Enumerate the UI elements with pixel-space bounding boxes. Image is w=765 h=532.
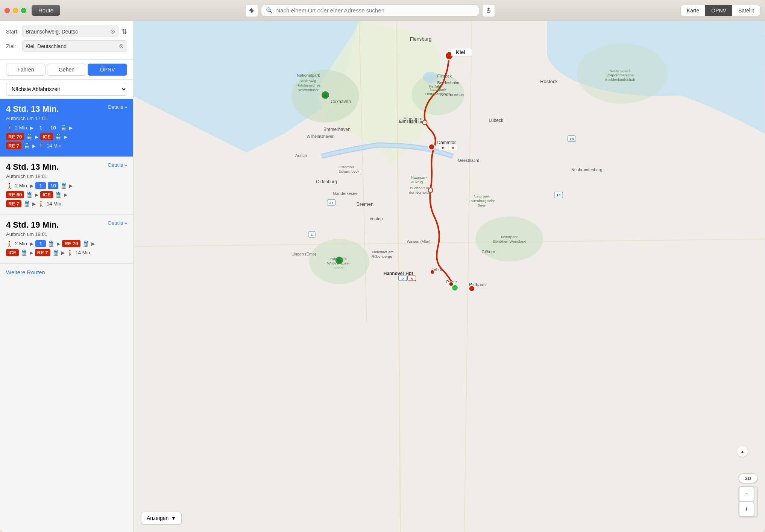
arrow-1b: ▶ bbox=[69, 125, 73, 131]
badge-ice-1: ICE bbox=[40, 133, 53, 140]
route-2-details[interactable]: Details » bbox=[108, 162, 127, 168]
start-input[interactable]: Braunschweig, Deutsc ⊗ bbox=[22, 26, 118, 37]
route-1-time: 4 Std. 13 Min. bbox=[6, 104, 59, 114]
svg-text:Seen: Seen bbox=[478, 203, 486, 207]
traffic-lights bbox=[5, 8, 26, 13]
map-type-karte[interactable]: Karte bbox=[681, 5, 705, 16]
route-button[interactable]: Route bbox=[32, 5, 60, 16]
map-3d-button[interactable]: 3D bbox=[739, 473, 757, 483]
location-button[interactable] bbox=[245, 4, 258, 17]
svg-text:R: R bbox=[411, 277, 413, 280]
ziel-clear[interactable]: ⊗ bbox=[119, 43, 124, 50]
svg-text:Naturpark: Naturpark bbox=[430, 87, 446, 91]
svg-text:Ganderkesee: Ganderkesee bbox=[333, 191, 358, 196]
route-3-line1: 🚶 2 Min. ▶ 1 🚆 ▶ RE 70 🚆 ▶ bbox=[6, 240, 127, 247]
svg-text:Boddenlandschaft: Boddenlandschaft bbox=[605, 78, 635, 82]
arrow-3d: ▶ bbox=[30, 250, 33, 255]
titlebar-center: 🔍 bbox=[64, 4, 677, 17]
mode-gehen[interactable]: Gehen bbox=[47, 64, 87, 76]
badge-re7-1: RE 7 bbox=[6, 142, 21, 149]
route-3-details[interactable]: Details » bbox=[108, 220, 127, 226]
route-1-line2: RE 70 🚆 ▶ ICE 🚆 ▶ bbox=[6, 133, 127, 140]
route-2-line2: RE 60 🚆 ▶ ICE 🚆 ▶ bbox=[6, 191, 127, 198]
mode-fahren[interactable]: Fahren bbox=[6, 64, 46, 76]
badge-re7-3: RE 7 bbox=[35, 249, 50, 256]
svg-text:Rübenberge: Rübenberge bbox=[372, 254, 392, 258]
route-1-depart: Aufbruch um 17:01 bbox=[6, 116, 127, 121]
map-type-oepnv[interactable]: ÖPNV bbox=[705, 5, 732, 16]
svg-text:Holsteinisches: Holsteinisches bbox=[296, 83, 320, 87]
svg-text:Scharmbeck: Scharmbeck bbox=[338, 169, 359, 173]
svg-text:27: 27 bbox=[329, 201, 334, 205]
start-label: Start: bbox=[6, 29, 19, 35]
svg-text:Verden: Verden bbox=[370, 216, 383, 221]
search-bar[interactable]: 🔍 bbox=[261, 5, 479, 17]
train-icon-1a: 🚆 bbox=[60, 125, 67, 131]
svg-text:Aurich: Aurich bbox=[295, 153, 307, 158]
svg-text:Elbhöhen-Wendland: Elbhöhen-Wendland bbox=[492, 239, 526, 243]
svg-text:Nationalpark: Nationalpark bbox=[610, 68, 631, 73]
badge-re7-2: RE 7 bbox=[6, 200, 21, 207]
svg-text:Schleswig-: Schleswig- bbox=[299, 79, 317, 83]
badge-10-blue-2: 10 bbox=[48, 182, 58, 189]
further-routes-link[interactable]: Weitere Routen bbox=[6, 269, 45, 275]
compass-button[interactable]: ▲ bbox=[737, 446, 748, 457]
arrow-3c: ▶ bbox=[91, 241, 95, 246]
svg-text:Lauenburgische: Lauenburgische bbox=[469, 199, 495, 203]
svg-text:der Norheide: der Norheide bbox=[409, 190, 431, 195]
badge-ice-3: ICE bbox=[6, 249, 19, 256]
svg-text:R: R bbox=[452, 146, 454, 150]
anzeigen-button[interactable]: Anzeigen ▼ bbox=[141, 512, 182, 524]
zoom-plus-button[interactable]: + bbox=[739, 502, 754, 517]
map-area[interactable]: Kiel Flensburg Flintbek Bordesholm Einfe… bbox=[134, 21, 765, 532]
map-type-satellit[interactable]: Satellit bbox=[732, 5, 760, 16]
svg-text:Winsen (Aller): Winsen (Aller) bbox=[407, 239, 431, 243]
svg-text:Oldenburg: Oldenburg bbox=[316, 179, 337, 184]
compass-icon: ▲ bbox=[741, 449, 745, 454]
route-option-3[interactable]: 4 Std. 19 Min. Details » Aufbruch um 19:… bbox=[0, 215, 133, 264]
badge-10-blue: 10 bbox=[48, 124, 58, 131]
depart-select[interactable]: Nächste Abfahrtszeit bbox=[6, 83, 127, 96]
search-input[interactable] bbox=[276, 7, 474, 14]
walk-icon-1: 🚶 bbox=[6, 125, 13, 131]
further-routes: Weitere Routen bbox=[0, 264, 133, 281]
swap-button[interactable]: ⇅ bbox=[121, 27, 127, 36]
zoom-minus-button[interactable]: − bbox=[739, 486, 754, 502]
svg-text:Hüttener Berge: Hüttener Berge bbox=[425, 92, 451, 96]
route-option-1[interactable]: 4 Std. 13 Min. Details » Aufbruch um 17:… bbox=[0, 99, 133, 157]
badge-ice-2: ICE bbox=[40, 191, 53, 198]
start-clear[interactable]: ⊗ bbox=[110, 28, 115, 35]
ziel-label: Ziel: bbox=[6, 43, 19, 49]
minimize-button[interactable] bbox=[13, 8, 18, 13]
share-button[interactable] bbox=[482, 4, 495, 17]
arrow-2b: ▶ bbox=[69, 183, 73, 188]
arrow-1a: ▶ bbox=[30, 125, 33, 131]
share-icon bbox=[486, 8, 492, 14]
arrow-3a: ▶ bbox=[30, 241, 33, 246]
route-option-2[interactable]: 4 Std. 13 Min. Details » Aufbruch um 18:… bbox=[0, 157, 133, 215]
svg-text:Nationalpark: Nationalpark bbox=[297, 73, 320, 78]
mode-oepnv[interactable]: ÖPNV bbox=[88, 64, 127, 76]
arrow-2c: ▶ bbox=[35, 192, 38, 198]
route-inputs: Start: Braunschweig, Deutsc ⊗ ⇅ Ziel: Ki… bbox=[0, 21, 133, 60]
sidebar: Start: Braunschweig, Deutsc ⊗ ⇅ Ziel: Ki… bbox=[0, 21, 134, 532]
svg-text:Aukrug: Aukrug bbox=[411, 180, 423, 184]
arrow-3b: ▶ bbox=[57, 241, 60, 246]
train-icon-2d: 🚆 bbox=[23, 201, 30, 207]
mode-buttons: Fahren Gehen ÖPNV bbox=[0, 60, 133, 80]
train-icon-2b: 🚆 bbox=[26, 192, 33, 198]
ziel-input[interactable]: Kiel, Deutschland ⊗ bbox=[22, 40, 127, 52]
close-button[interactable] bbox=[5, 8, 10, 13]
train-icon-3c: 🚆 bbox=[21, 249, 28, 256]
svg-text:Rostock: Rostock bbox=[540, 79, 558, 84]
walk-text-3: 2 Min. bbox=[15, 241, 28, 246]
route-2-header: 4 Std. 13 Min. Details » bbox=[6, 162, 127, 172]
maximize-button[interactable] bbox=[21, 8, 26, 13]
svg-text:Flensburg: Flensburg bbox=[410, 36, 432, 42]
arrow-2d: ▶ bbox=[64, 192, 67, 198]
walk-icon-1b: 🚶 bbox=[38, 143, 45, 149]
arrow-1e: ▶ bbox=[32, 143, 36, 149]
route-1-details[interactable]: Details » bbox=[108, 104, 127, 110]
badge-re70-3: RE 70 bbox=[62, 240, 80, 247]
svg-text:Elmshorn: Elmshorn bbox=[399, 119, 417, 123]
